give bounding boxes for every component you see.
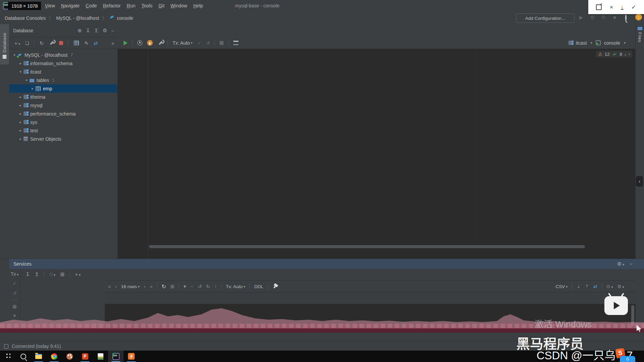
tree-item-itcast[interactable]: ▾itcast — [9, 67, 118, 76]
services-hide-icon[interactable]: − — [630, 261, 633, 267]
pin-tab-icon[interactable] — [273, 284, 277, 288]
prev-issue-icon[interactable]: ▴ — [625, 52, 626, 56]
tree-chevron-icon[interactable]: ▸ — [18, 120, 23, 124]
tree-item-emp[interactable]: ▸emp — [9, 84, 118, 93]
sv-add-service-icon[interactable]: ⊞ — [60, 272, 65, 277]
tree-chevron-icon[interactable]: ▸ — [18, 129, 23, 132]
compare-icon[interactable]: ⇄ — [593, 284, 597, 289]
start-button[interactable] — [0, 351, 15, 362]
sv-collapse-all-icon[interactable]: ↥ — [35, 272, 39, 277]
update-notification-icon[interactable]: ↑ — [635, 14, 642, 20]
hide-right-panel-button[interactable]: ‹ — [636, 176, 643, 187]
tree-item-test[interactable]: ▸test — [9, 126, 118, 135]
taskbar-chrome[interactable] — [46, 351, 62, 362]
tree-item-mysql-localhost[interactable]: ▾MySQL - @localhost7 — [9, 51, 118, 59]
tree-item-performance-schema[interactable]: ▸performance_schema — [9, 109, 118, 118]
submit-icon[interactable]: ↑ — [215, 284, 217, 289]
services-more-icon[interactable]: » — [13, 313, 16, 318]
profile-button[interactable]: ⚙ — [590, 14, 595, 20]
revert-icon[interactable]: ↺ — [198, 284, 202, 289]
tool-window-tab-files[interactable]: Files — [636, 27, 644, 42]
import-upload-icon[interactable]: ⇡ — [585, 284, 589, 289]
tree-item-mysql[interactable]: ▸mysql — [9, 101, 118, 109]
tree-item-server-objects[interactable]: ▸Server Objects — [9, 135, 118, 143]
taskbar-document-app[interactable] — [93, 351, 108, 362]
stop-button[interactable]: ■ — [613, 14, 616, 20]
export-format-select[interactable]: CSV▾ — [556, 284, 568, 289]
sync-arrows-icon[interactable]: ⇄ — [94, 41, 98, 46]
services-gear-icon[interactable]: ⚙▾ — [617, 261, 624, 267]
execute-button[interactable] — [124, 41, 128, 45]
new-datasource-button[interactable]: +▾ — [14, 41, 20, 46]
tx-mode-select[interactable]: Tx: Auto▾ — [173, 40, 192, 46]
sv-expand-all-icon[interactable]: ↧ — [26, 272, 30, 277]
more-toolbar-icon[interactable]: » — [111, 41, 114, 46]
view-eye-icon[interactable]: ⊙▾ — [606, 284, 613, 289]
taskbar-orange-app[interactable]: 子 — [124, 351, 139, 362]
tree-chevron-icon[interactable]: ▸ — [30, 87, 35, 90]
search-everywhere-icon[interactable] — [625, 15, 627, 20]
collapse-all-icon[interactable]: ↥ — [94, 28, 98, 34]
menu-window[interactable]: Window — [168, 3, 190, 8]
menu-view[interactable]: View — [42, 3, 58, 8]
grid-tx-select[interactable]: Tx: Auto▾ — [226, 284, 245, 289]
tree-item-tables[interactable]: ▾tables1 — [9, 76, 118, 84]
page-size-select[interactable]: 16 rows▾ — [121, 284, 139, 289]
services-rollback-icon[interactable]: ↺ — [13, 290, 17, 296]
breadcrumb-item[interactable]: console — [117, 15, 133, 21]
menu-git[interactable]: Git — [155, 3, 168, 8]
commit-check-icon[interactable]: ✓ — [197, 40, 201, 46]
services-commit-icon[interactable]: ✓ — [13, 281, 17, 286]
tree-chevron-icon[interactable]: ▾ — [24, 78, 29, 82]
debug-button[interactable]: ↻ — [602, 14, 606, 20]
tree-chevron-icon[interactable]: ▸ — [18, 95, 23, 99]
sv-group-by-icon[interactable]: ∷▾ — [49, 272, 55, 277]
capture-edit-icon[interactable] — [596, 4, 602, 10]
session-switcher[interactable]: console — [604, 40, 620, 46]
tree-item-itheima[interactable]: ▸itheima — [9, 93, 118, 101]
reload-grid-icon[interactable]: ↻ — [162, 283, 166, 290]
status-icon[interactable] — [4, 344, 8, 349]
redo-icon[interactable]: ↻ — [206, 284, 210, 289]
schema-switcher[interactable]: itcast — [576, 40, 587, 46]
tree-chevron-icon[interactable]: ▸ — [18, 112, 23, 116]
edit-pencil-icon[interactable]: ✎ — [84, 41, 89, 46]
services-tx-select[interactable]: Tx▾ — [11, 272, 19, 276]
taskbar-datagrip[interactable] — [108, 351, 124, 362]
open-table-icon[interactable] — [74, 41, 79, 45]
capture-download-icon[interactable]: ↓ — [621, 4, 624, 10]
hide-panel-icon[interactable]: − — [111, 28, 114, 34]
taskbar-paint[interactable] — [62, 351, 77, 362]
refresh-icon[interactable]: ↻ — [39, 41, 44, 46]
parameters-icon[interactable]: p — [147, 40, 153, 46]
taskbar-powerpoint[interactable]: P — [77, 351, 93, 362]
capture-close-icon[interactable]: × — [610, 4, 613, 10]
settings-wrench-icon[interactable] — [158, 41, 163, 45]
next-issue-icon[interactable]: ▾ — [629, 52, 630, 56]
sv-add-icon[interactable]: +▾ — [75, 272, 81, 277]
export-download-icon[interactable]: ⇣ — [577, 284, 581, 289]
run-button[interactable]: ▶ — [579, 14, 583, 20]
inspection-widget[interactable]: ⚠ 12 ✓✓ 8 ▴ ▾ — [596, 51, 632, 57]
services-panel-header[interactable]: Services ⚙▾ − — [9, 259, 644, 269]
menu-refactor[interactable]: Refactor — [100, 3, 124, 8]
taskbar-search-button[interactable] — [15, 351, 31, 362]
breadcrumb-item[interactable]: Database Consoles — [5, 15, 46, 21]
history-clock-icon[interactable] — [137, 40, 142, 45]
sql-editor[interactable]: ⚠ 12 ✓✓ 8 ▴ ▾ — [118, 49, 636, 259]
grid-vscrollbar[interactable] — [631, 305, 634, 326]
menu-tools[interactable]: Tools — [138, 3, 155, 8]
duplicate-icon[interactable]: ❏ — [25, 41, 29, 45]
next-page-icon[interactable]: › — [144, 284, 146, 289]
grid-settings-gear-icon[interactable]: ⚙▾ — [617, 284, 624, 289]
tree-item-information-schema[interactable]: ▸information_schema — [9, 59, 118, 67]
capture-confirm-icon[interactable]: ✓ — [631, 4, 636, 10]
add-configuration-button[interactable]: Add Configuration... — [516, 13, 574, 23]
first-page-icon[interactable]: « — [108, 284, 111, 289]
rollback-icon[interactable]: ↺ — [206, 40, 210, 46]
locate-icon[interactable]: ⊕ — [78, 28, 82, 34]
menu-run[interactable]: Run — [124, 3, 139, 8]
tree-item-sys[interactable]: ▸sys — [9, 118, 118, 126]
menu-code[interactable]: Code — [83, 3, 100, 8]
tree-chevron-icon[interactable]: ▾ — [18, 70, 23, 74]
